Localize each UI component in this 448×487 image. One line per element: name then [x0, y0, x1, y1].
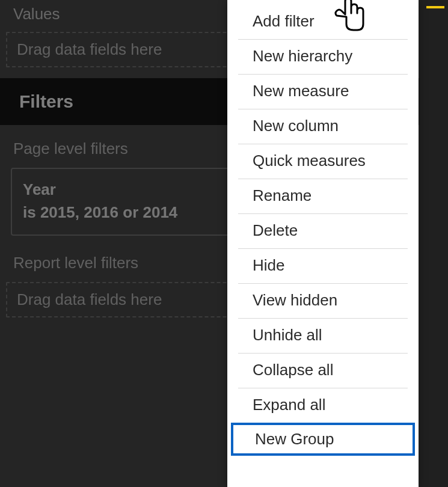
menu-item-expand-all[interactable]: Expand all	[238, 388, 408, 423]
menu-item-new-column[interactable]: New column	[238, 109, 408, 144]
menu-item-hide[interactable]: Hide	[238, 249, 408, 284]
menu-item-quick-measures[interactable]: Quick measures	[238, 144, 408, 179]
accent-underline	[426, 6, 444, 8]
menu-item-view-hidden[interactable]: View hidden	[238, 284, 408, 319]
menu-item-new-group[interactable]: New Group	[231, 423, 415, 456]
menu-item-add-filter[interactable]: Add filter	[238, 5, 408, 40]
menu-item-collapse-all[interactable]: Collapse all	[238, 354, 408, 388]
menu-item-rename[interactable]: Rename	[238, 179, 408, 214]
menu-item-delete[interactable]: Delete	[238, 214, 408, 249]
menu-item-new-hierarchy[interactable]: New hierarchy	[238, 40, 408, 75]
right-strip	[419, 0, 448, 487]
context-menu: Add filter New hierarchy New measure New…	[227, 0, 419, 487]
menu-item-unhide-all[interactable]: Unhide all	[238, 319, 408, 354]
menu-item-new-measure[interactable]: New measure	[238, 75, 408, 109]
